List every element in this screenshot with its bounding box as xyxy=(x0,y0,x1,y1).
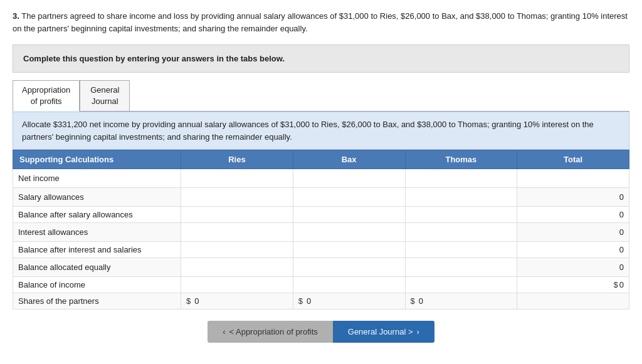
input-thomas-interest[interactable] xyxy=(411,226,502,238)
cell-ries-interest[interactable] xyxy=(181,223,293,242)
cell-total-balance-income: $ 0 xyxy=(517,277,629,293)
col-header-thomas: Thomas xyxy=(405,150,517,169)
row-label-balance-after-interest: Balance after interest and salaries xyxy=(13,242,181,258)
tab-appropriation[interactable]: Appropriationof profits xyxy=(13,80,80,112)
input-ries-interest[interactable] xyxy=(186,226,278,238)
dollar-sign-bax: $ xyxy=(298,296,303,306)
dollar-sign-balance: $ xyxy=(614,280,618,289)
cell-bax-shares: $ 0 xyxy=(293,293,405,309)
input-thomas-equally[interactable] xyxy=(411,261,502,273)
input-bax-salary[interactable] xyxy=(298,191,390,203)
table-row: Interest allowances 0 xyxy=(13,223,629,242)
input-ries-salary[interactable] xyxy=(186,191,278,203)
tabs-container: Appropriationof profits GeneralJournal xyxy=(13,80,629,112)
next-tab-label: General Journal > xyxy=(348,327,413,336)
row-label-balance-income: Balance of income xyxy=(13,277,181,293)
value-thomas-shares: 0 xyxy=(419,296,423,306)
cell-thomas-interest[interactable] xyxy=(405,223,517,242)
cell-total-interest: 0 xyxy=(517,223,629,242)
cell-total-salary: 0 xyxy=(517,188,629,207)
input-bax-interest[interactable] xyxy=(298,226,390,238)
input-ries-equally[interactable] xyxy=(186,261,278,273)
bottom-nav: ‹ < Appropriation of profits General Jou… xyxy=(13,321,629,343)
cell-total-balance-salary: 0 xyxy=(517,207,629,223)
prev-chevron-icon: ‹ xyxy=(223,327,225,336)
cell-thomas-net-income xyxy=(405,169,517,188)
table-row: Balance after salary allowances 0 xyxy=(13,207,629,223)
cell-thomas-balance-income xyxy=(405,277,517,293)
row-label-balance-after-salary: Balance after salary allowances xyxy=(13,207,181,223)
table-row: Net income xyxy=(13,169,629,188)
cell-bax-salary[interactable] xyxy=(293,188,405,207)
cell-bax-equally[interactable] xyxy=(293,258,405,277)
supporting-calculations-table: Supporting Calculations Ries Bax Thomas … xyxy=(13,150,629,309)
table-wrapper: Supporting Calculations Ries Bax Thomas … xyxy=(13,150,629,309)
instruction-text: Complete this question by entering your … xyxy=(23,54,285,63)
problem-text: 3. The partners agreed to share income a… xyxy=(13,10,629,34)
cell-thomas-salary[interactable] xyxy=(405,188,517,207)
cell-bax-balance-interest xyxy=(293,242,405,258)
row-label-shares: Shares of the partners xyxy=(13,293,181,309)
cell-ries-balance-interest xyxy=(181,242,293,258)
table-header-row: Supporting Calculations Ries Bax Thomas … xyxy=(13,150,629,169)
next-chevron-icon: › xyxy=(416,327,419,336)
value-balance-income: 0 xyxy=(619,280,624,289)
table-row: Salary allowances 0 xyxy=(13,188,629,207)
cell-total-equally: 0 xyxy=(517,258,629,277)
input-total-net-income[interactable] xyxy=(522,172,614,184)
prev-tab-label: < Appropriation of profits xyxy=(229,327,318,336)
table-row: Shares of the partners $ 0 $ 0 $ xyxy=(13,293,629,309)
value-bax-shares: 0 xyxy=(307,296,311,306)
input-bax-equally[interactable] xyxy=(298,261,390,273)
prev-tab-button[interactable]: ‹ < Appropriation of profits xyxy=(208,321,333,343)
next-tab-button[interactable]: General Journal > › xyxy=(333,321,434,343)
col-header-ries: Ries xyxy=(181,150,293,169)
row-label-interest-allowances: Interest allowances xyxy=(13,223,181,242)
cell-ries-salary[interactable] xyxy=(181,188,293,207)
cell-bax-balance-income xyxy=(293,277,405,293)
cell-thomas-balance-interest xyxy=(405,242,517,258)
row-label-net-income: Net income xyxy=(13,169,181,188)
row-label-salary-allowances: Salary allowances xyxy=(13,188,181,207)
table-row: Balance after interest and salaries 0 xyxy=(13,242,629,258)
cell-bax-interest[interactable] xyxy=(293,223,405,242)
value-ries-shares: 0 xyxy=(194,296,199,306)
table-row: Balance allocated equally 0 xyxy=(13,258,629,277)
col-header-bax: Bax xyxy=(293,150,405,169)
cell-bax-net-income xyxy=(293,169,405,188)
cell-bax-balance-salary xyxy=(293,207,405,223)
cell-total-balance-interest: 0 xyxy=(517,242,629,258)
cell-ries-equally[interactable] xyxy=(181,258,293,277)
cell-ries-balance-income xyxy=(181,277,293,293)
col-header-total: Total xyxy=(517,150,629,169)
cell-thomas-equally[interactable] xyxy=(405,258,517,277)
cell-ries-net-income xyxy=(181,169,293,188)
cell-total-net-income[interactable] xyxy=(517,169,629,188)
input-thomas-salary[interactable] xyxy=(411,191,502,203)
dollar-sign-thomas: $ xyxy=(411,296,415,306)
dollar-sign-ries: $ xyxy=(186,296,191,306)
cell-ries-balance-salary xyxy=(181,207,293,223)
instruction-box: Complete this question by entering your … xyxy=(13,44,629,73)
cell-ries-shares: $ 0 xyxy=(181,293,293,309)
cell-total-shares xyxy=(517,293,629,309)
tab-general-journal[interactable]: GeneralJournal xyxy=(80,80,130,111)
problem-number: 3. xyxy=(13,11,19,21)
row-label-balance-equally: Balance allocated equally xyxy=(13,258,181,277)
cell-thomas-balance-salary xyxy=(405,207,517,223)
problem-description: The partners agreed to share income and … xyxy=(13,11,628,33)
cell-thomas-shares: $ 0 xyxy=(405,293,517,309)
col-header-supporting: Supporting Calculations xyxy=(13,150,181,169)
table-row: Balance of income $ 0 xyxy=(13,277,629,293)
blue-instruction: Allocate $331,200 net income by providin… xyxy=(13,112,629,150)
